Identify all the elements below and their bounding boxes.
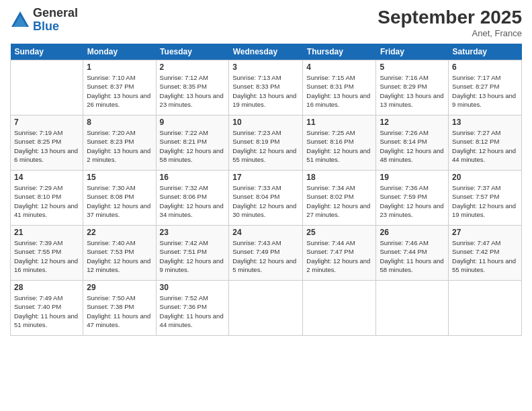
col-thursday: Thursday <box>303 44 376 60</box>
day-info: Sunrise: 7:49 AMSunset: 7:40 PMDaylight:… <box>14 293 79 329</box>
table-row <box>11 60 83 116</box>
day-number: 25 <box>306 228 372 237</box>
calendar-header-row: Sunday Monday Tuesday Wednesday Thursday… <box>11 44 522 60</box>
day-info: Sunrise: 7:19 AMSunset: 8:25 PMDaylight:… <box>14 128 79 164</box>
day-number: 23 <box>160 228 226 237</box>
table-row: 22Sunrise: 7:40 AMSunset: 7:53 PMDayligh… <box>83 226 156 281</box>
table-row: 13Sunrise: 7:27 AMSunset: 8:12 PMDayligh… <box>449 116 522 171</box>
table-row: 21Sunrise: 7:39 AMSunset: 7:55 PMDayligh… <box>11 226 83 281</box>
table-row: 11Sunrise: 7:25 AMSunset: 8:16 PMDayligh… <box>303 116 376 171</box>
logo-icon <box>10 10 30 30</box>
table-row <box>449 281 522 336</box>
day-info: Sunrise: 7:17 AMSunset: 8:27 PMDaylight:… <box>452 73 518 109</box>
table-row: 5Sunrise: 7:16 AMSunset: 8:29 PMDaylight… <box>376 60 449 116</box>
table-row: 26Sunrise: 7:46 AMSunset: 7:44 PMDayligh… <box>376 226 449 281</box>
day-info: Sunrise: 7:40 AMSunset: 7:53 PMDaylight:… <box>87 238 152 274</box>
col-friday: Friday <box>376 44 449 60</box>
table-row: 16Sunrise: 7:32 AMSunset: 8:06 PMDayligh… <box>156 171 229 226</box>
table-row <box>376 281 449 336</box>
table-row: 20Sunrise: 7:37 AMSunset: 7:57 PMDayligh… <box>449 171 522 226</box>
day-number: 24 <box>232 228 299 237</box>
month-title: September 2025 <box>378 7 522 28</box>
day-number: 27 <box>452 228 518 237</box>
day-number: 29 <box>87 283 152 292</box>
day-info: Sunrise: 7:50 AMSunset: 7:38 PMDaylight:… <box>87 293 152 329</box>
day-number: 28 <box>14 283 79 292</box>
day-info: Sunrise: 7:29 AMSunset: 8:10 PMDaylight:… <box>14 183 79 219</box>
calendar: Sunday Monday Tuesday Wednesday Thursday… <box>10 44 522 336</box>
logo-text: General Blue <box>33 7 78 34</box>
day-info: Sunrise: 7:26 AMSunset: 8:14 PMDaylight:… <box>380 128 445 164</box>
table-row: 2Sunrise: 7:12 AMSunset: 8:35 PMDaylight… <box>156 60 229 116</box>
day-number: 7 <box>14 118 79 127</box>
table-row: 29Sunrise: 7:50 AMSunset: 7:38 PMDayligh… <box>83 281 156 336</box>
day-info: Sunrise: 7:30 AMSunset: 8:08 PMDaylight:… <box>87 183 152 219</box>
day-number: 8 <box>87 118 152 127</box>
day-info: Sunrise: 7:37 AMSunset: 7:57 PMDaylight:… <box>452 183 518 219</box>
day-number: 4 <box>306 62 372 72</box>
day-number: 16 <box>160 173 226 182</box>
day-number: 6 <box>452 62 518 72</box>
day-info: Sunrise: 7:32 AMSunset: 8:06 PMDaylight:… <box>160 183 226 219</box>
day-info: Sunrise: 7:20 AMSunset: 8:23 PMDaylight:… <box>87 128 152 164</box>
col-saturday: Saturday <box>449 44 522 60</box>
day-number: 14 <box>14 173 79 182</box>
table-row <box>303 281 376 336</box>
day-number: 15 <box>87 173 152 182</box>
day-info: Sunrise: 7:47 AMSunset: 7:42 PMDaylight:… <box>452 238 518 274</box>
table-row: 18Sunrise: 7:34 AMSunset: 8:02 PMDayligh… <box>303 171 376 226</box>
week-row-1: 1Sunrise: 7:10 AMSunset: 8:37 PMDaylight… <box>11 60 522 116</box>
table-row: 4Sunrise: 7:15 AMSunset: 8:31 PMDaylight… <box>303 60 376 116</box>
day-info: Sunrise: 7:52 AMSunset: 7:36 PMDaylight:… <box>160 293 226 329</box>
day-number: 22 <box>87 228 152 237</box>
day-info: Sunrise: 7:34 AMSunset: 8:02 PMDaylight:… <box>306 183 372 219</box>
col-monday: Monday <box>83 44 156 60</box>
table-row: 19Sunrise: 7:36 AMSunset: 7:59 PMDayligh… <box>376 171 449 226</box>
day-number: 18 <box>306 173 372 182</box>
day-number: 13 <box>452 118 518 127</box>
logo-general-text: General <box>33 7 78 20</box>
header: General Blue September 2025 Anet, France <box>10 7 522 38</box>
page: General Blue September 2025 Anet, France… <box>0 0 532 411</box>
table-row: 10Sunrise: 7:23 AMSunset: 8:19 PMDayligh… <box>229 116 303 171</box>
day-info: Sunrise: 7:22 AMSunset: 8:21 PMDaylight:… <box>160 128 226 164</box>
day-number: 19 <box>380 173 445 182</box>
day-number: 20 <box>452 173 518 182</box>
day-info: Sunrise: 7:23 AMSunset: 8:19 PMDaylight:… <box>232 128 299 164</box>
day-number: 2 <box>160 62 226 72</box>
table-row: 14Sunrise: 7:29 AMSunset: 8:10 PMDayligh… <box>11 171 83 226</box>
day-number: 21 <box>14 228 79 237</box>
table-row: 30Sunrise: 7:52 AMSunset: 7:36 PMDayligh… <box>156 281 229 336</box>
day-info: Sunrise: 7:25 AMSunset: 8:16 PMDaylight:… <box>306 128 372 164</box>
table-row: 6Sunrise: 7:17 AMSunset: 8:27 PMDaylight… <box>449 60 522 116</box>
table-row: 3Sunrise: 7:13 AMSunset: 8:33 PMDaylight… <box>229 60 303 116</box>
table-row: 28Sunrise: 7:49 AMSunset: 7:40 PMDayligh… <box>11 281 83 336</box>
week-row-2: 7Sunrise: 7:19 AMSunset: 8:25 PMDaylight… <box>11 116 522 171</box>
day-info: Sunrise: 7:15 AMSunset: 8:31 PMDaylight:… <box>306 73 372 109</box>
day-number: 26 <box>380 228 445 237</box>
week-row-4: 21Sunrise: 7:39 AMSunset: 7:55 PMDayligh… <box>11 226 522 281</box>
day-number: 11 <box>306 118 372 127</box>
col-sunday: Sunday <box>11 44 83 60</box>
table-row: 27Sunrise: 7:47 AMSunset: 7:42 PMDayligh… <box>449 226 522 281</box>
day-info: Sunrise: 7:10 AMSunset: 8:37 PMDaylight:… <box>87 73 152 109</box>
day-info: Sunrise: 7:12 AMSunset: 8:35 PMDaylight:… <box>160 73 226 109</box>
table-row: 8Sunrise: 7:20 AMSunset: 8:23 PMDaylight… <box>83 116 156 171</box>
day-info: Sunrise: 7:13 AMSunset: 8:33 PMDaylight:… <box>232 73 299 109</box>
table-row: 7Sunrise: 7:19 AMSunset: 8:25 PMDaylight… <box>11 116 83 171</box>
col-tuesday: Tuesday <box>156 44 229 60</box>
day-info: Sunrise: 7:46 AMSunset: 7:44 PMDaylight:… <box>380 238 445 274</box>
day-number: 5 <box>380 62 445 72</box>
table-row: 12Sunrise: 7:26 AMSunset: 8:14 PMDayligh… <box>376 116 449 171</box>
day-number: 3 <box>232 62 299 72</box>
table-row: 15Sunrise: 7:30 AMSunset: 8:08 PMDayligh… <box>83 171 156 226</box>
table-row: 25Sunrise: 7:44 AMSunset: 7:47 PMDayligh… <box>303 226 376 281</box>
day-info: Sunrise: 7:42 AMSunset: 7:51 PMDaylight:… <box>160 238 226 274</box>
day-info: Sunrise: 7:44 AMSunset: 7:47 PMDaylight:… <box>306 238 372 274</box>
table-row: 1Sunrise: 7:10 AMSunset: 8:37 PMDaylight… <box>83 60 156 116</box>
location: Anet, France <box>378 28 522 38</box>
logo-blue-text: Blue <box>33 20 78 34</box>
day-number: 9 <box>160 118 226 127</box>
table-row: 24Sunrise: 7:43 AMSunset: 7:49 PMDayligh… <box>229 226 303 281</box>
day-number: 10 <box>232 118 299 127</box>
